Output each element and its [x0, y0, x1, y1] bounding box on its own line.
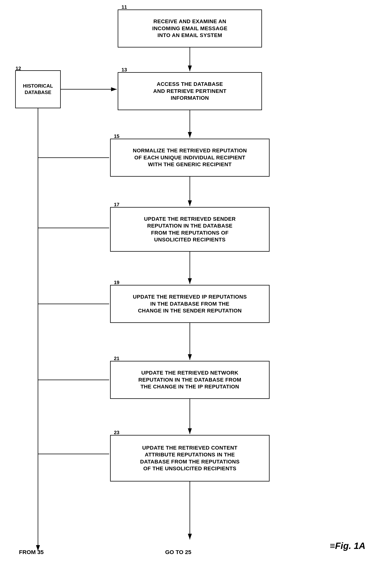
from35-label: FROM 35	[19, 549, 44, 555]
box-access-database: ACCESS THE DATABASE AND RETRIEVE PERTINE…	[118, 72, 262, 110]
label-23: 23	[114, 430, 119, 436]
label-13: 13	[122, 67, 127, 73]
box-receive-email-text: RECEIVE AND EXAMINE AN INCOMING EMAIL ME…	[152, 18, 227, 39]
label-11: 11	[122, 4, 127, 10]
box-update-ip: UPDATE THE RETRIEVED IP REPUTATIONS IN T…	[110, 285, 269, 323]
box-update-network-text: UPDATE THE RETRIEVED NETWORK REPUTATION …	[138, 370, 241, 390]
box-update-network: UPDATE THE RETRIEVED NETWORK REPUTATION …	[110, 361, 269, 399]
box-normalize: NORMALIZE THE RETRIEVED REPUTATION OF EA…	[110, 139, 269, 177]
goto25-label: GO TO 25	[165, 549, 191, 555]
historical-db-text: HISTORICAL DATABASE	[23, 83, 53, 96]
label-15: 15	[114, 133, 119, 139]
label-21: 21	[114, 356, 119, 361]
box-update-ip-text: UPDATE THE RETRIEVED IP REPUTATIONS IN T…	[133, 293, 247, 314]
historical-database-box: HISTORICAL DATABASE	[15, 70, 61, 108]
box-update-sender-text: UPDATE THE RETRIEVED SENDER REPUTATION I…	[144, 215, 236, 243]
box-receive-email: RECEIVE AND EXAMINE AN INCOMING EMAIL ME…	[118, 10, 262, 47]
box-normalize-text: NORMALIZE THE RETRIEVED REPUTATION OF EA…	[133, 147, 247, 168]
box-update-sender: UPDATE THE RETRIEVED SENDER REPUTATION I…	[110, 207, 269, 252]
label-12: 12	[15, 66, 21, 71]
fig-label: ≡Fig. 1A	[330, 541, 365, 551]
label-19: 19	[114, 280, 119, 285]
label-17: 17	[114, 202, 119, 208]
box-update-content-text: UPDATE THE RETRIEVED CONTENT ATTRIBUTE R…	[140, 444, 239, 472]
diagram-container: RECEIVE AND EXAMINE AN INCOMING EMAIL ME…	[0, 0, 392, 570]
box-access-database-text: ACCESS THE DATABASE AND RETRIEVE PERTINE…	[153, 81, 226, 101]
box-update-content: UPDATE THE RETRIEVED CONTENT ATTRIBUTE R…	[110, 435, 269, 482]
